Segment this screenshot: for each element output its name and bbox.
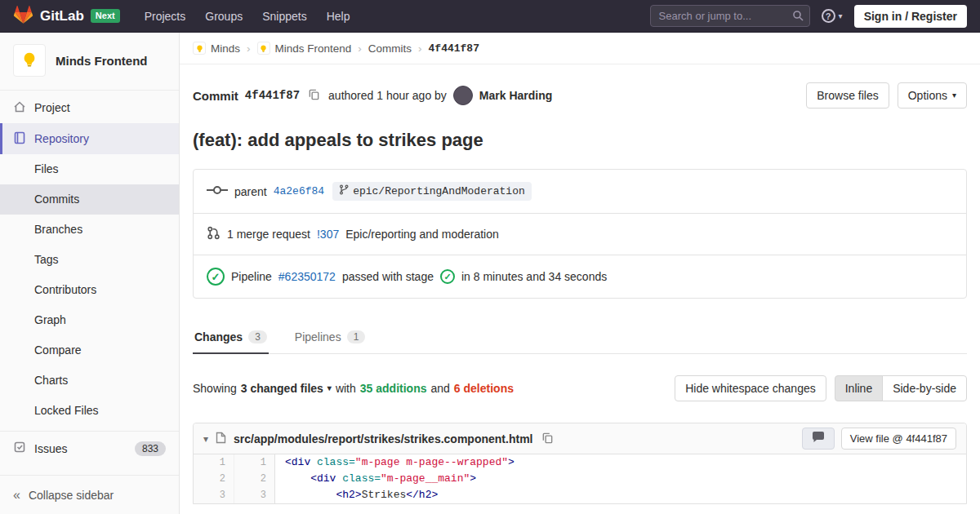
tab-count-badge: 1 [347, 330, 366, 343]
showing-label: Showing [193, 382, 237, 395]
copy-path-button[interactable] [540, 430, 555, 448]
file-path[interactable]: src/app/modules/report/strikes/strikes.c… [234, 432, 532, 445]
search-input[interactable] [650, 5, 810, 27]
options-label: Options [908, 89, 947, 102]
branch-ref-label[interactable]: epic/ReportingAndModeration [332, 182, 532, 201]
pipeline-label: Pipeline [231, 270, 272, 283]
next-badge: Next [91, 9, 120, 23]
tab-label: Changes [194, 330, 243, 343]
collapse-diff-icon[interactable]: ▾ [203, 433, 208, 445]
tab-count-badge: 3 [248, 330, 267, 343]
group-avatar [193, 42, 206, 55]
new-line-number[interactable]: 2 [234, 471, 275, 487]
gitlab-wordmark: GitLab [40, 8, 84, 24]
collapse-sidebar-button[interactable]: « Collapse sidebar [0, 475, 179, 514]
diff-line: 3 3 <h2>Strikes</h2> [194, 487, 966, 503]
file-actions: View file @ 4f441f87 [802, 428, 956, 450]
diff-file-card: ▾ src/app/modules/report/strikes/strikes… [193, 423, 967, 504]
breadcrumb-project[interactable]: Minds Frontend [257, 42, 352, 55]
inline-view-button[interactable]: Inline [835, 375, 883, 401]
project-mini-avatar [257, 42, 270, 55]
sidebar-item-project[interactable]: Project [0, 92, 179, 123]
mr-count-text: 1 merge request [227, 228, 310, 241]
sidebar-item-compare[interactable]: Compare [0, 335, 179, 366]
chevron-down-icon: ▾ [839, 12, 843, 20]
help-dropdown[interactable]: ? ▾ [822, 9, 843, 23]
sidebar-item-charts[interactable]: Charts [0, 366, 179, 396]
gitlab-logo[interactable]: GitLab Next [13, 5, 120, 27]
navbar-right: ? ▾ Sign in / Register [650, 5, 967, 28]
branch-icon [339, 184, 349, 198]
sign-in-button[interactable]: Sign in / Register [854, 5, 967, 28]
sidebar-item-locked-files[interactable]: Locked Files [0, 396, 179, 426]
old-line-number[interactable]: 3 [194, 487, 234, 503]
sidebar-item-graph[interactable]: Graph [0, 305, 179, 335]
diff-table: 1 1 <div class="m-page m-page--wrapped">… [194, 454, 966, 503]
branch-name: epic/ReportingAndModeration [353, 185, 525, 197]
sidebar-item-tags[interactable]: Tags [0, 245, 179, 275]
breadcrumb-current-sha: 4f441f87 [429, 42, 479, 55]
nav-item-snippets[interactable]: Snippets [252, 0, 316, 33]
breadcrumb-commits[interactable]: Commits [368, 42, 412, 55]
code-line: <div class="m-page__main"> [275, 471, 476, 487]
changed-files-label: 3 changed files [241, 382, 323, 395]
sidebar-item-contributors[interactable]: Contributors [0, 275, 179, 305]
search-box [650, 5, 810, 27]
new-line-number[interactable]: 3 [234, 487, 275, 503]
commit-page: Commit 4f441f87 authored 1 hour ago by M… [180, 82, 980, 504]
lightbulb-icon [20, 51, 38, 71]
hide-whitespace-button[interactable]: Hide whitespace changes [675, 375, 826, 401]
collapse-label: Collapse sidebar [29, 489, 114, 502]
sidebar-item-issues[interactable]: Issues 833 [0, 431, 179, 465]
pipeline-duration-text: in 8 minutes and 34 seconds [461, 270, 607, 283]
side-by-side-view-button[interactable]: Side-by-side [882, 375, 967, 401]
view-file-button[interactable]: View file @ 4f441f87 [841, 428, 956, 450]
merge-request-row: 1 merge request !307 Epic/reporting and … [194, 213, 966, 255]
and-label: and [430, 382, 449, 395]
main-content: Minds › Minds Frontend › Commits › 4f441… [180, 33, 980, 514]
commit-header: Commit 4f441f87 authored 1 hour ago by M… [193, 82, 967, 109]
tab-changes[interactable]: Changes 3 [193, 321, 269, 354]
code-line: <div class="m-page m-page--wrapped"> [275, 454, 514, 471]
parent-label: parent [234, 185, 267, 198]
sidebar-item-files[interactable]: Files [0, 154, 179, 184]
pipeline-id-link[interactable]: #62350172 [278, 270, 336, 283]
project-avatar[interactable] [13, 44, 46, 77]
additions-count: 35 additions [360, 382, 427, 395]
toggle-comments-button[interactable] [802, 428, 835, 450]
navbar-menu: Projects Groups Snippets Help [135, 0, 360, 33]
sidebar-item-repository[interactable]: Repository [0, 123, 179, 154]
sidebar-project-name[interactable]: Minds Frontend [56, 54, 148, 68]
diff-summary: Showing 3 changed files ▾ with 35 additi… [193, 382, 514, 395]
nav-item-groups[interactable]: Groups [195, 0, 252, 33]
mr-ref-link[interactable]: !307 [317, 228, 339, 241]
mr-title: Epic/reporting and moderation [345, 228, 499, 241]
old-line-number[interactable]: 1 [194, 454, 234, 471]
new-line-number[interactable]: 1 [234, 454, 275, 471]
copy-sha-button[interactable] [306, 86, 322, 104]
tab-pipelines[interactable]: Pipelines 1 [293, 321, 368, 354]
file-icon [216, 432, 226, 446]
breadcrumb-group[interactable]: Minds [193, 42, 240, 55]
breadcrumb-label: Minds Frontend [275, 42, 352, 55]
repository-submenu: Files Commits Branches Tags Contributors… [0, 154, 179, 426]
inline-label: Inline [845, 382, 872, 395]
browse-files-button[interactable]: Browse files [806, 82, 889, 109]
parent-sha-link[interactable]: 4a2e6f84 [274, 185, 324, 197]
pipeline-status-icon[interactable]: ✓ [207, 268, 225, 286]
author-name[interactable]: Mark Harding [479, 89, 552, 102]
sidebar-item-commits[interactable]: Commits [0, 184, 179, 215]
diff-file-header: ▾ src/app/modules/report/strikes/strikes… [194, 423, 966, 454]
project-head: Minds Frontend [0, 33, 179, 88]
nav-item-help[interactable]: Help [317, 0, 360, 33]
old-line-number[interactable]: 2 [194, 471, 234, 487]
sidebar-item-branches[interactable]: Branches [0, 215, 179, 245]
issues-icon [13, 441, 26, 456]
author-avatar[interactable] [453, 86, 473, 105]
top-navbar: GitLab Next Projects Groups Snippets Hel… [0, 0, 980, 33]
nav-item-projects[interactable]: Projects [135, 0, 196, 33]
stage-check-icon[interactable]: ✓ [440, 269, 455, 284]
changed-files-dropdown[interactable]: 3 changed files ▾ [241, 382, 332, 395]
copy-icon [541, 432, 554, 446]
options-dropdown-button[interactable]: Options ▾ [898, 82, 967, 109]
